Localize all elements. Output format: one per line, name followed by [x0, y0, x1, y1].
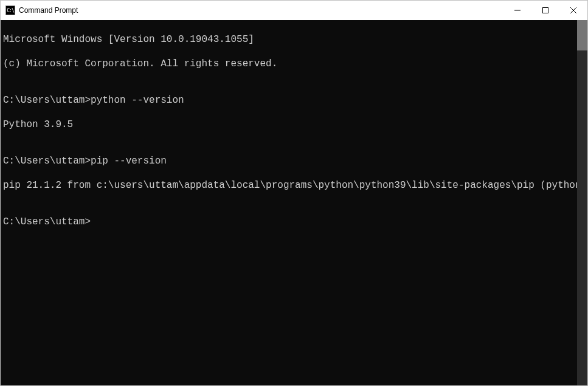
svg-rect-1: [543, 8, 548, 13]
minimize-button[interactable]: [503, 1, 531, 20]
output-line: pip 21.1.2 from c:\users\uttam\appdata\l…: [3, 179, 575, 191]
prompt-line: C:\Users\uttam>python --version: [3, 94, 575, 106]
header-line: (c) Microsoft Corporation. All rights re…: [3, 58, 575, 70]
command-prompt-window: C:\ Command Prompt Microsoft Windows [Ve…: [0, 0, 588, 386]
terminal-output[interactable]: Microsoft Windows [Version 10.0.19043.10…: [1, 20, 577, 385]
prompt: C:\Users\uttam>: [3, 155, 91, 167]
close-button[interactable]: [559, 1, 587, 20]
prompt: C:\Users\uttam>: [3, 94, 91, 106]
maximize-icon: [542, 7, 548, 13]
minimize-icon: [514, 7, 521, 13]
titlebar-left: C:\ Command Prompt: [1, 5, 78, 15]
close-icon: [570, 7, 576, 13]
command-text: pip --version: [91, 155, 167, 167]
header-line: Microsoft Windows [Version 10.0.19043.10…: [3, 33, 575, 46]
window-controls: [503, 1, 587, 20]
vertical-scrollbar[interactable]: [577, 20, 587, 385]
prompt-line: C:\Users\uttam>pip --version: [3, 155, 575, 167]
command-text: python --version: [91, 94, 184, 106]
window-title: Command Prompt: [19, 6, 78, 15]
content-area: Microsoft Windows [Version 10.0.19043.10…: [1, 20, 587, 385]
prompt: C:\Users\uttam>: [3, 216, 575, 228]
scrollbar-thumb[interactable]: [577, 20, 587, 50]
maximize-button[interactable]: [531, 1, 559, 20]
output-line: Python 3.9.5: [3, 119, 575, 131]
titlebar[interactable]: C:\ Command Prompt: [1, 1, 587, 20]
cmd-icon: C:\: [5, 5, 15, 15]
